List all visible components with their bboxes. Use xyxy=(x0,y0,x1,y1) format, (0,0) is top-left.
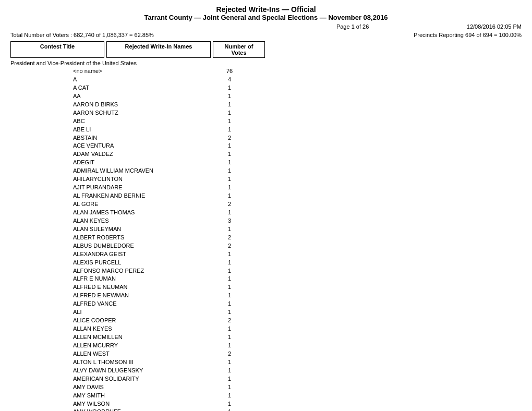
table-row: ABC1 xyxy=(10,117,522,126)
table-row: ALICE COOPER2 xyxy=(10,317,522,325)
votes-cell: 1 xyxy=(209,283,250,292)
name-cell: A xyxy=(10,76,209,84)
name-cell: ALAN KEYES xyxy=(10,217,209,225)
votes-cell: 2 xyxy=(209,242,250,250)
votes-cell: 1 xyxy=(209,308,250,317)
name-cell: ALBUS DUMBLEDORE xyxy=(10,242,209,250)
table-row: ABE LI1 xyxy=(10,126,522,134)
table-row: ALFRED E NEUMAN1 xyxy=(10,283,522,292)
votes-cell: 1 xyxy=(209,159,250,167)
name-cell: ACE VENTURA xyxy=(10,142,209,150)
name-cell: ALAN SULEYMAN xyxy=(10,225,209,234)
name-cell: ALI xyxy=(10,308,209,317)
table-row: AMY DAVIS1 xyxy=(10,383,522,392)
name-cell: AHILARYCLINTON xyxy=(10,175,209,184)
votes-cell: 2 xyxy=(209,200,250,209)
page-info-row: Page 1 of 26 12/08/2016 02:05 PM xyxy=(10,23,522,30)
sub-title: Tarrant County — Joint General and Speci… xyxy=(10,14,522,21)
page-number: Page 1 of 26 xyxy=(238,23,466,30)
votes-cell: 1 xyxy=(209,101,250,109)
table-row: ALBERT ROBERTS2 xyxy=(10,234,522,242)
table-row: ALVY DAWN DLUGENSKY1 xyxy=(10,367,522,375)
name-cell: ADAM VALDEZ xyxy=(10,150,209,159)
table-row: ALAN KEYES3 xyxy=(10,217,522,225)
votes-cell: 1 xyxy=(209,92,250,101)
contest-column-header: Contest Title xyxy=(10,41,104,58)
contest-title: President and Vice-President of the Unit… xyxy=(10,60,522,66)
table-row: ABSTAIN2 xyxy=(10,134,522,142)
page-header: Rejected Write-Ins — Official Tarrant Co… xyxy=(10,5,522,21)
name-cell: AARON D BIRKS xyxy=(10,101,209,109)
votes-cell: 1 xyxy=(209,109,250,117)
votes-cell: 1 xyxy=(209,400,250,408)
name-cell: ALFONSO MARCO PEREZ xyxy=(10,267,209,275)
datetime: 12/08/2016 02:05 PM xyxy=(467,23,522,30)
votes-cell: 1 xyxy=(209,408,250,411)
name-cell: AMY SMITH xyxy=(10,392,209,400)
table-row: ALLAN KEYES1 xyxy=(10,325,522,333)
table-row: A CAT1 xyxy=(10,84,522,92)
name-cell: AMY WOODRUFF xyxy=(10,408,209,411)
name-cell: A CAT xyxy=(10,84,209,92)
table-row: ALEXANDRA GEIST1 xyxy=(10,250,522,259)
votes-cell: 1 xyxy=(209,342,250,350)
table-row: AMY WILSON1 xyxy=(10,400,522,408)
table-row: ALFRED VANCE1 xyxy=(10,300,522,308)
votes-cell: 3 xyxy=(209,217,250,225)
name-cell: ADEGIT xyxy=(10,159,209,167)
voter-info-row: Total Number of Voters : 682,740 of 1,08… xyxy=(10,32,522,38)
table-row: AHILARYCLINTON1 xyxy=(10,175,522,184)
table-row: ALEXIS PURCELL1 xyxy=(10,259,522,267)
name-cell: AJIT PURANDARE xyxy=(10,184,209,192)
table-row: ALAN SULEYMAN1 xyxy=(10,225,522,234)
name-cell: ALAN JAMES THOMAS xyxy=(10,209,209,217)
table-row: ALTON L THOMSON III1 xyxy=(10,358,522,367)
table-row: AMY SMITH1 xyxy=(10,392,522,400)
votes-cell: 2 xyxy=(209,234,250,242)
name-cell: <no name> xyxy=(10,67,209,76)
name-cell: AMY WILSON xyxy=(10,400,209,408)
votes-cell: 1 xyxy=(209,142,250,150)
name-cell: ALLAN KEYES xyxy=(10,325,209,333)
votes-cell: 1 xyxy=(209,383,250,392)
name-cell: ALFRED E NEWMAN xyxy=(10,292,209,300)
name-cell: ALVY DAWN DLUGENSKY xyxy=(10,367,209,375)
votes-cell: 1 xyxy=(209,275,250,283)
votes-cell: 1 xyxy=(209,175,250,184)
name-cell: ALFRED E NEUMAN xyxy=(10,283,209,292)
table-row: <no name>76 xyxy=(10,67,522,76)
votes-cell: 1 xyxy=(209,192,250,200)
votes-cell: 2 xyxy=(209,134,250,142)
votes-cell: 1 xyxy=(209,300,250,308)
votes-cell: 1 xyxy=(209,117,250,126)
name-cell: AL GORE xyxy=(10,200,209,209)
votes-cell: 1 xyxy=(209,167,250,175)
table-row: AJIT PURANDARE1 xyxy=(10,184,522,192)
name-cell: AARON SCHUTZ xyxy=(10,109,209,117)
table-row: ALBUS DUMBLEDORE2 xyxy=(10,242,522,250)
votes-cell: 1 xyxy=(209,150,250,159)
name-cell: ALICE COOPER xyxy=(10,317,209,325)
name-cell: ADMIRAL WILLIAM MCRAVEN xyxy=(10,167,209,175)
name-cell: ALFR E NUMAN xyxy=(10,275,209,283)
votes-cell: 2 xyxy=(209,350,250,358)
voter-total: Total Number of Voters : 682,740 of 1,08… xyxy=(10,32,154,38)
votes-cell: 1 xyxy=(209,126,250,134)
name-cell: AL FRANKEN AND BERNIE xyxy=(10,192,209,200)
name-cell: ABSTAIN xyxy=(10,134,209,142)
votes-cell: 1 xyxy=(209,325,250,333)
votes-cell: 1 xyxy=(209,225,250,234)
table-row: AMY WOODRUFF1 xyxy=(10,408,522,411)
table-row: AARON SCHUTZ1 xyxy=(10,109,522,117)
table-row: AL GORE2 xyxy=(10,200,522,209)
name-cell: ALFRED VANCE xyxy=(10,300,209,308)
table-row: ALFR E NUMAN1 xyxy=(10,275,522,283)
name-cell: ABE LI xyxy=(10,126,209,134)
table-row: AA1 xyxy=(10,92,522,101)
name-cell: ALEXANDRA GEIST xyxy=(10,250,209,259)
votes-cell: 76 xyxy=(209,67,250,76)
name-cell: AA xyxy=(10,92,209,101)
votes-cell: 1 xyxy=(209,250,250,259)
table-row: ADAM VALDEZ1 xyxy=(10,150,522,159)
votes-cell: 1 xyxy=(209,267,250,275)
